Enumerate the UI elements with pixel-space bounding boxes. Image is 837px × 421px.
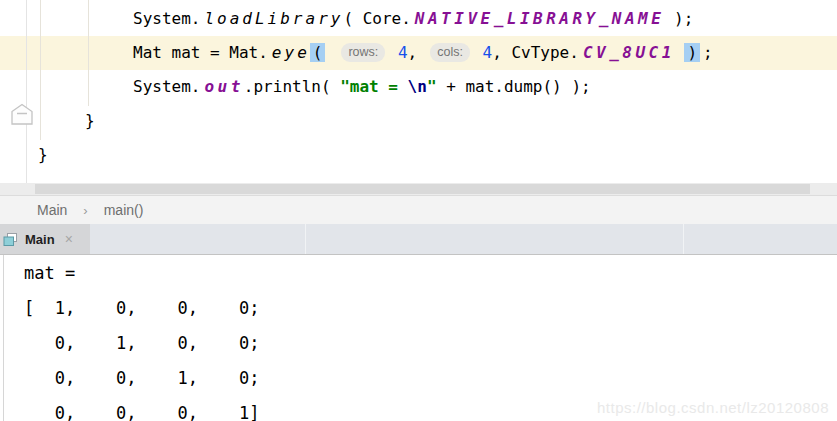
- code-token: [388, 43, 398, 62]
- console-output: mat = [ 1, 0, 0, 0; 0, 1, 0, 0; 0, 0, 1,…: [0, 255, 837, 421]
- code-token: );: [664, 9, 693, 28]
- parameter-hint: rows:: [341, 43, 385, 62]
- indent-guide: [88, 0, 89, 106]
- parameter-hint: cols:: [430, 43, 470, 62]
- code-line[interactable]: System.loadLibrary( Core.NATIVE_LIBRARY_…: [0, 2, 837, 36]
- run-console[interactable]: mat = [ 1, 0, 0, 0; 0, 1, 0, 0; 0, 0, 1,…: [0, 255, 837, 421]
- code-token: loadLibrary: [204, 9, 343, 28]
- code-token: ;: [703, 43, 713, 62]
- watermark: https://blog.csdn.net/lz20120808: [597, 399, 829, 416]
- console-tab-icon: [3, 232, 18, 247]
- code-token: ,: [408, 43, 418, 62]
- breadcrumb-item-method[interactable]: main(): [104, 202, 144, 218]
- console-line: [ 1, 0, 0, 0;: [24, 291, 837, 326]
- code-token: + mat.dump() );: [437, 77, 591, 96]
- tab-main-console[interactable]: Main ×: [0, 224, 90, 254]
- fold-marker-icon[interactable]: [10, 103, 34, 126]
- code-line[interactable]: }: [0, 104, 837, 138]
- tabbar-separator: [683, 224, 684, 254]
- code-token: ( Core.: [343, 9, 410, 28]
- breadcrumb: Main › main(): [0, 195, 837, 224]
- console-line: 0, 1, 0, 0;: [24, 326, 837, 361]
- code-token: }: [85, 111, 95, 130]
- code-token: 4: [483, 43, 493, 62]
- breadcrumb-item-class[interactable]: Main: [37, 202, 67, 218]
- code-token: Mat mat = Mat.: [133, 43, 268, 62]
- code-token: 4: [398, 43, 408, 62]
- console-left-border: [3, 255, 4, 421]
- close-icon[interactable]: ×: [65, 232, 73, 246]
- code-token: System.: [133, 77, 200, 96]
- code-token: ): [684, 43, 700, 62]
- console-line: mat =: [24, 256, 837, 291]
- code-token: "mat =: [340, 77, 407, 96]
- code-token: System.: [133, 9, 200, 28]
- code-token: (: [310, 43, 326, 62]
- run-toolwindow-tabbar: Main ×: [0, 224, 837, 255]
- code-line[interactable]: System.out.println( "mat = \n" + mat.dum…: [0, 70, 837, 104]
- scrollbar-thumb[interactable]: [35, 184, 810, 194]
- tabbar-separator: [305, 224, 306, 254]
- indent-guide: [40, 0, 41, 140]
- gutter-separator: [26, 0, 27, 183]
- code-token: NATIVE_LIBRARY_NAME: [415, 9, 665, 28]
- code-token: .println(: [244, 77, 340, 96]
- code-line[interactable]: Mat mat = Mat.eye(rows: 4,cols: 4, CvTyp…: [0, 36, 837, 70]
- horizontal-scrollbar[interactable]: [0, 183, 837, 195]
- code-editor[interactable]: System.loadLibrary( Core.NATIVE_LIBRARY_…: [0, 0, 837, 183]
- code-lines: System.loadLibrary( Core.NATIVE_LIBRARY_…: [0, 2, 837, 172]
- ide-window: System.loadLibrary( Core.NATIVE_LIBRARY_…: [0, 0, 837, 421]
- code-token: ": [427, 77, 437, 96]
- code-token: }: [38, 145, 48, 164]
- code-token: \n: [408, 77, 427, 96]
- code-token: out: [204, 77, 243, 96]
- code-line[interactable]: }: [0, 138, 837, 172]
- chevron-right-icon: ›: [67, 203, 103, 218]
- console-line: 0, 0, 1, 0;: [24, 361, 837, 396]
- code-token: [473, 43, 483, 62]
- code-token: , CvType.: [492, 43, 579, 62]
- code-token: eye: [272, 43, 310, 62]
- code-token: CV_8UC1: [583, 43, 675, 62]
- tab-label: Main: [25, 232, 55, 247]
